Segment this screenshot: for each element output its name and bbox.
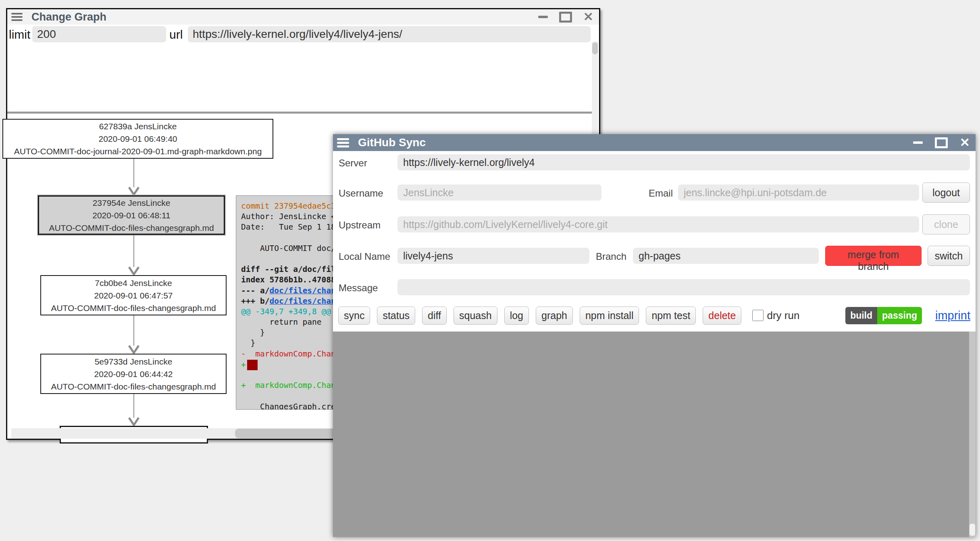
branch-input[interactable] bbox=[633, 248, 819, 264]
commit-node-message: AUTO-COMMIT-doc-files-changesgraph.md bbox=[51, 302, 216, 314]
server-input[interactable] bbox=[397, 154, 970, 170]
commit-node-selected[interactable]: 237954e JensLincke 2020-09-01 06:48:11 A… bbox=[38, 195, 225, 235]
status-button[interactable]: status bbox=[377, 307, 415, 325]
diff-context-line: } bbox=[241, 328, 265, 337]
server-label: Server bbox=[339, 158, 367, 169]
commit-node-date: 2020-09-01 06:49:40 bbox=[99, 133, 177, 145]
delete-button[interactable]: delete bbox=[703, 307, 741, 325]
email-label: Email bbox=[649, 188, 673, 199]
commit-node-title: 237954e JensLincke bbox=[93, 197, 171, 209]
diff-date-line: Date: Tue Sep 1 18 bbox=[241, 222, 336, 232]
sync-button[interactable]: sync bbox=[338, 307, 370, 325]
message-label: Message bbox=[339, 282, 378, 294]
close-icon[interactable]: ✕ bbox=[960, 137, 970, 149]
commit-node-message: AUTO-COMMIT-doc-journal-2020-09-01.md-gr… bbox=[14, 145, 262, 158]
diff-old-file-link[interactable]: doc/files/chan bbox=[269, 286, 335, 295]
username-input[interactable] bbox=[397, 184, 601, 201]
minimize-icon[interactable] bbox=[913, 141, 923, 144]
diff-message-line: AUTO-COMMIT doc/ bbox=[241, 244, 336, 253]
diff-index-line: index 5786b1b..47088 bbox=[241, 275, 336, 284]
imprint-link[interactable]: imprint bbox=[935, 309, 970, 322]
upstream-label: Upstream bbox=[339, 220, 381, 231]
vertical-scrollbar-thumb[interactable] bbox=[592, 42, 598, 54]
commit-node[interactable]: 7cb0be4 JensLincke 2020-09-01 06:47:57 A… bbox=[40, 275, 227, 315]
commit-node-title: 627839a JensLincke bbox=[99, 120, 177, 133]
badge-passing-label: passing bbox=[877, 307, 922, 324]
branch-label: Branch bbox=[596, 251, 626, 262]
arrow-down-icon bbox=[128, 345, 140, 354]
upstream-input[interactable] bbox=[397, 216, 919, 232]
commit-node[interactable]: 5e9733d JensLincke 2020-09-01 06:44:42 A… bbox=[40, 354, 227, 394]
graph-button[interactable]: graph bbox=[536, 307, 573, 325]
content-vertical-scrollbar-thumb[interactable] bbox=[970, 524, 975, 536]
close-icon[interactable]: ✕ bbox=[583, 11, 593, 23]
local-name-label: Local Name bbox=[339, 251, 390, 262]
commit-node-title: 5e9733d JensLincke bbox=[95, 355, 173, 368]
minimize-icon[interactable] bbox=[538, 16, 548, 18]
menu-icon[interactable] bbox=[337, 138, 349, 147]
diff-red-block bbox=[247, 360, 258, 370]
url-input[interactable] bbox=[188, 26, 591, 42]
commit-node[interactable]: 627839a JensLincke 2020-09-01 06:49:40 A… bbox=[2, 119, 273, 159]
pane-divider bbox=[7, 112, 592, 114]
maximize-icon[interactable] bbox=[935, 137, 948, 148]
url-label: url bbox=[169, 28, 183, 41]
content-vertical-scrollbar[interactable] bbox=[969, 332, 976, 537]
commit-node-date: 2020-09-01 06:47:57 bbox=[94, 289, 173, 302]
dry-run-checkbox[interactable] bbox=[752, 310, 764, 321]
limit-input[interactable] bbox=[32, 26, 166, 42]
diff-git-line: diff --git a/doc/fil bbox=[241, 265, 336, 274]
log-button[interactable]: log bbox=[504, 307, 529, 325]
graph-arrow bbox=[128, 394, 140, 426]
arrow-down-icon bbox=[128, 187, 140, 195]
menu-icon[interactable] bbox=[11, 13, 23, 21]
commit-node-date: 2020-09-01 06:48:11 bbox=[92, 209, 170, 222]
email-input[interactable] bbox=[678, 184, 919, 201]
graph-arrow bbox=[128, 235, 140, 275]
diff-context-line: } bbox=[241, 338, 255, 348]
local-name-input[interactable] bbox=[397, 248, 589, 264]
github-sync-toolbar: sync status diff squash log graph npm in… bbox=[338, 305, 970, 326]
diff-added-line: + markdownComp.Chan bbox=[241, 381, 336, 390]
logout-button[interactable]: logout bbox=[922, 182, 970, 203]
diff-new-file-prefix: +++ b/ bbox=[241, 296, 269, 306]
arrow-down-icon bbox=[128, 417, 140, 426]
clone-button[interactable]: clone bbox=[922, 214, 970, 234]
switch-button[interactable]: switch bbox=[928, 246, 970, 266]
github-sync-titlebar: GitHub Sync ✕ bbox=[333, 134, 976, 151]
diff-author-line: Author: JensLincke < bbox=[241, 212, 336, 221]
window-title: Change Graph bbox=[31, 11, 106, 23]
merge-from-branch-button[interactable]: merge from branch bbox=[825, 246, 922, 266]
diff-commit-line: commit 237954edae5c3 bbox=[241, 201, 336, 211]
graph-arrow bbox=[128, 159, 140, 195]
diff-new-file-link[interactable]: doc/files/chan bbox=[269, 296, 335, 306]
diff-old-file-prefix: --- a/ bbox=[241, 286, 269, 295]
diff-button[interactable]: diff bbox=[422, 307, 447, 325]
github-sync-window: GitHub Sync ✕ Server Username Email logo… bbox=[333, 134, 976, 537]
badge-build-label: build bbox=[845, 307, 877, 324]
diff-hunk-line: @@ -349,7 +349,8 @@ bbox=[241, 307, 331, 316]
commit-node-message: AUTO-COMMIT-doc-files-changesgraph.md bbox=[51, 380, 216, 393]
graph-arrow bbox=[128, 315, 140, 354]
maximize-icon[interactable] bbox=[559, 12, 572, 23]
message-input[interactable] bbox=[397, 279, 970, 295]
limit-label: limit bbox=[9, 28, 30, 41]
squash-button[interactable]: squash bbox=[454, 307, 497, 325]
npm-test-button[interactable]: npm test bbox=[646, 307, 696, 325]
diff-context-line: return pane bbox=[241, 317, 322, 327]
build-status-badge: build passing bbox=[845, 307, 922, 324]
change-graph-titlebar: Change Graph ✕ bbox=[7, 9, 599, 25]
dry-run-label: dry run bbox=[767, 309, 799, 322]
arrow-down-icon bbox=[128, 266, 140, 275]
npm-install-button[interactable]: npm install bbox=[580, 307, 639, 325]
diff-added-marker: + bbox=[241, 360, 246, 369]
commit-node-message: AUTO-COMMIT-doc-files-changesgraph.md bbox=[49, 222, 214, 234]
window-title: GitHub Sync bbox=[358, 136, 426, 149]
commit-node-title: 7cb0be4 JensLincke bbox=[95, 277, 172, 289]
diff-context-line: ChangesGraph.crea bbox=[241, 402, 341, 410]
username-label: Username bbox=[339, 188, 383, 199]
commit-node-date: 2020-09-01 06:44:42 bbox=[94, 368, 173, 380]
github-sync-content-area bbox=[333, 332, 976, 537]
diff-removed-line: - markdownComp.Chan bbox=[241, 349, 336, 359]
